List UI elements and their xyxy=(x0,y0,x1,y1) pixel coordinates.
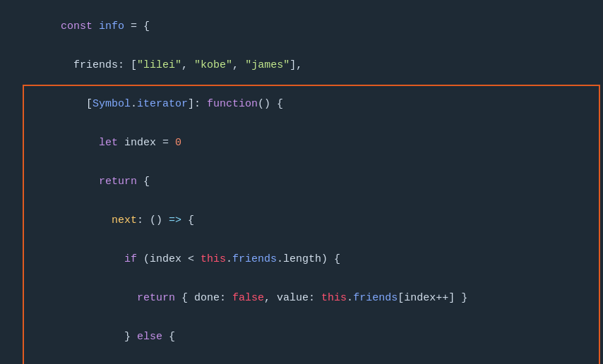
line-content-5: return { xyxy=(20,164,603,200)
code-line-10: return { done: true, value: undefined } xyxy=(0,356,603,364)
line-content-6: next: () => { xyxy=(20,202,603,238)
token: "lilei" xyxy=(137,59,181,71)
token: , xyxy=(232,59,245,71)
token: friends xyxy=(232,253,277,265)
line-content-3: [Symbol.iterator]: function() { xyxy=(20,86,603,122)
line-content-2: friends: ["lilei", "kobe", "james"], xyxy=(20,47,603,83)
token: } xyxy=(73,331,137,343)
token: index = xyxy=(124,137,175,149)
line-content-7: if (index < this.friends.length) { xyxy=(20,241,603,277)
token: , xyxy=(181,59,194,71)
token: this xyxy=(321,292,347,304)
token: const xyxy=(61,20,99,32)
token: . xyxy=(131,98,137,110)
token: { xyxy=(169,331,175,343)
code-line-2: friends: ["lilei", "kobe", "james"], xyxy=(0,46,603,85)
token xyxy=(73,176,99,188)
line-content-10: return { done: true, value: undefined } xyxy=(20,358,603,364)
token: 0 xyxy=(175,137,181,149)
token: . xyxy=(226,253,232,265)
token: function xyxy=(207,98,258,110)
code-line-9: } else { xyxy=(0,317,603,356)
token: this xyxy=(201,253,226,265)
token: return xyxy=(99,176,143,188)
token: . xyxy=(347,292,353,304)
token: [index++] } xyxy=(398,292,467,304)
token xyxy=(73,292,137,304)
token: = { xyxy=(124,20,150,32)
token: false xyxy=(232,292,264,304)
token: { xyxy=(143,176,150,188)
code-line-3: [Symbol.iterator]: function() { xyxy=(0,85,603,123)
token: : () xyxy=(137,214,169,226)
token: return xyxy=(137,292,181,304)
token: if xyxy=(124,253,143,265)
token: (index < xyxy=(143,253,201,265)
token xyxy=(73,137,99,149)
token: iterator xyxy=(137,98,188,110)
token: next xyxy=(112,214,137,226)
token: info xyxy=(99,20,124,32)
token: [ xyxy=(73,98,92,110)
token: { xyxy=(181,214,194,226)
token: let xyxy=(99,137,124,149)
token: , value: xyxy=(264,292,321,304)
token xyxy=(73,214,112,226)
token: .length) { xyxy=(277,253,340,265)
token: { done: xyxy=(181,292,232,304)
line-content-8: return { done: false, value: this.friend… xyxy=(20,280,603,316)
code-line-6: next: () => { xyxy=(0,201,603,240)
token xyxy=(73,253,124,265)
token: [ xyxy=(131,59,137,71)
code-line-4: let index = 0 xyxy=(0,123,603,162)
token: friends: xyxy=(61,59,131,71)
line-content-4: let index = 0 xyxy=(20,125,603,161)
token: () { xyxy=(258,98,283,110)
highlighted-block: [Symbol.iterator]: function() { let inde… xyxy=(0,85,603,364)
token: ]: xyxy=(188,98,207,110)
code-editor: const info = { friends: ["lilei", "kobe"… xyxy=(0,0,603,364)
code-line-5: return { xyxy=(0,162,603,201)
code-line-1: const info = { xyxy=(0,7,603,46)
code-line-7: if (index < this.friends.length) { xyxy=(0,240,603,279)
token: "kobe" xyxy=(194,59,232,71)
token: friends xyxy=(353,292,398,304)
token: else xyxy=(137,331,169,343)
token: => xyxy=(169,214,181,226)
token: Symbol xyxy=(92,98,131,110)
line-content-9: } else { xyxy=(20,319,603,355)
code-line-8: return { done: false, value: this.friend… xyxy=(0,279,603,317)
line-content-1: const info = { xyxy=(20,8,603,44)
token: ], xyxy=(289,59,302,71)
token: "james" xyxy=(245,59,289,71)
